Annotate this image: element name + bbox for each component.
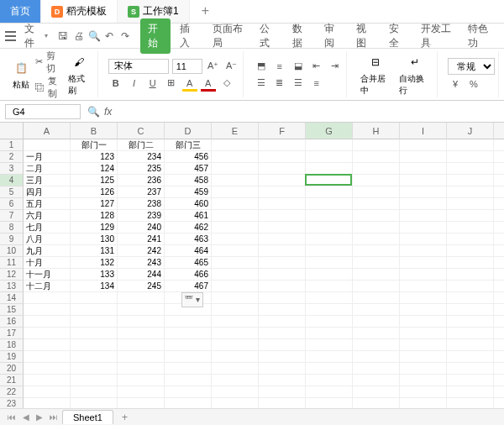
cell[interactable]: [447, 363, 494, 375]
cell[interactable]: [447, 210, 494, 222]
cell[interactable]: [306, 198, 353, 210]
cell[interactable]: [494, 245, 504, 257]
cell[interactable]: 244: [118, 269, 165, 281]
cell[interactable]: [118, 375, 165, 386]
cell[interactable]: [494, 363, 504, 375]
cell[interactable]: [306, 304, 353, 316]
cell[interactable]: [400, 245, 447, 257]
cell[interactable]: [447, 281, 494, 292]
cell[interactable]: [400, 163, 447, 175]
cell[interactable]: [400, 328, 447, 339]
redo-icon[interactable]: ↷: [118, 29, 132, 44]
italic-button[interactable]: I: [127, 76, 142, 91]
cell[interactable]: 133: [71, 269, 118, 281]
cell[interactable]: [212, 257, 259, 269]
cell[interactable]: [24, 292, 71, 304]
cell[interactable]: [353, 163, 400, 175]
align-bottom-icon[interactable]: ⬓: [291, 59, 306, 74]
cell[interactable]: 六月: [24, 210, 71, 222]
save-icon[interactable]: 🖫: [56, 29, 70, 44]
cell[interactable]: [212, 139, 259, 151]
cell[interactable]: [259, 175, 306, 186]
cell[interactable]: [494, 339, 504, 351]
cell[interactable]: [259, 386, 306, 398]
row-header[interactable]: 20: [0, 363, 24, 375]
cell[interactable]: [259, 363, 306, 375]
cell[interactable]: [24, 304, 71, 316]
font-color-button[interactable]: A: [201, 76, 216, 91]
cell[interactable]: [353, 269, 400, 281]
cell[interactable]: [24, 351, 71, 363]
cell[interactable]: [259, 269, 306, 281]
cell[interactable]: [400, 222, 447, 233]
cell[interactable]: [71, 328, 118, 339]
cell[interactable]: [212, 198, 259, 210]
cell[interactable]: 131: [71, 245, 118, 257]
cell[interactable]: [259, 186, 306, 198]
cell[interactable]: [165, 351, 212, 363]
cell[interactable]: [212, 233, 259, 245]
file-menu[interactable]: 文件▾: [18, 19, 55, 53]
cell[interactable]: [165, 339, 212, 351]
cell[interactable]: [212, 375, 259, 386]
align-left-icon[interactable]: ☰: [254, 76, 269, 91]
cell[interactable]: [24, 316, 71, 328]
cell[interactable]: [306, 139, 353, 151]
cell[interactable]: 125: [71, 175, 118, 186]
cell[interactable]: [447, 175, 494, 186]
cell[interactable]: [71, 375, 118, 386]
font-name-select[interactable]: [108, 59, 169, 74]
cell[interactable]: 459: [165, 186, 212, 198]
cell[interactable]: [306, 363, 353, 375]
row-header[interactable]: 12: [0, 269, 24, 281]
cell[interactable]: [306, 351, 353, 363]
ribbon-tab-5[interactable]: 审阅: [317, 18, 347, 54]
col-header[interactable]: G: [306, 123, 353, 139]
cell[interactable]: [306, 339, 353, 351]
cell[interactable]: [259, 151, 306, 163]
cell[interactable]: [494, 351, 504, 363]
cell[interactable]: [494, 292, 504, 304]
copy-button[interactable]: ⿻复制: [35, 75, 63, 100]
cell[interactable]: [353, 304, 400, 316]
cell[interactable]: [400, 269, 447, 281]
formula-input[interactable]: [115, 104, 499, 118]
cell[interactable]: [259, 245, 306, 257]
col-header[interactable]: H: [353, 123, 400, 139]
ribbon-tab-6[interactable]: 视图: [349, 18, 379, 54]
cell[interactable]: [400, 210, 447, 222]
cell[interactable]: [353, 281, 400, 292]
cell[interactable]: [259, 398, 306, 408]
row-header[interactable]: 11: [0, 257, 24, 269]
cell[interactable]: [353, 222, 400, 233]
cell[interactable]: 236: [118, 175, 165, 186]
cell[interactable]: [118, 398, 165, 408]
cell[interactable]: [212, 363, 259, 375]
cell[interactable]: 132: [71, 257, 118, 269]
cell[interactable]: [212, 398, 259, 408]
cell[interactable]: [306, 222, 353, 233]
cell[interactable]: [400, 304, 447, 316]
cell[interactable]: [306, 186, 353, 198]
cell[interactable]: [212, 269, 259, 281]
cell[interactable]: [71, 386, 118, 398]
indent-increase-icon[interactable]: ⇥: [328, 59, 343, 74]
cell[interactable]: [71, 363, 118, 375]
row-header[interactable]: 3: [0, 163, 24, 175]
cell[interactable]: [447, 139, 494, 151]
cell[interactable]: 243: [118, 257, 165, 269]
cell[interactable]: [306, 151, 353, 163]
cell[interactable]: 239: [118, 210, 165, 222]
cell[interactable]: [400, 398, 447, 408]
cell[interactable]: [212, 222, 259, 233]
cell[interactable]: [400, 316, 447, 328]
cell[interactable]: [400, 339, 447, 351]
cell[interactable]: 457: [165, 163, 212, 175]
increase-font-icon[interactable]: A⁺: [206, 59, 221, 74]
cell[interactable]: [353, 328, 400, 339]
cell[interactable]: [118, 304, 165, 316]
cell[interactable]: [259, 316, 306, 328]
cell[interactable]: [400, 198, 447, 210]
cell[interactable]: [212, 339, 259, 351]
cell[interactable]: [165, 328, 212, 339]
